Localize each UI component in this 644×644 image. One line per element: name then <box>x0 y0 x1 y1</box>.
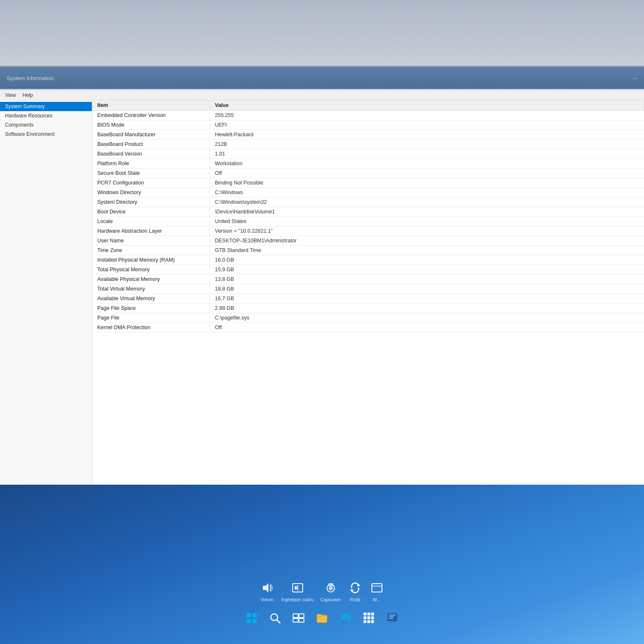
table-cell-item: Installed Physical Memory (RAM) <box>92 255 210 265</box>
svg-rect-34 <box>389 616 394 617</box>
edge-button[interactable] <box>336 609 355 627</box>
table-row[interactable]: Total Virtual Memory 18,8 GB <box>92 284 644 294</box>
search-button[interactable] <box>266 609 284 627</box>
app-title: System Information <box>7 75 54 81</box>
table-row[interactable]: Windows Directory C:\Windows <box>92 188 644 197</box>
svg-rect-29 <box>364 620 366 623</box>
svg-rect-30 <box>367 620 370 623</box>
table-row[interactable]: Platform Role Workstation <box>92 159 644 169</box>
table-row[interactable]: Hardware Abstraction Layer Version = "10… <box>92 226 644 236</box>
tray-rotate[interactable]: Rotiţi <box>348 580 363 602</box>
table-header-row: Item Value <box>92 100 644 111</box>
table-cell-value: C:\Windows\system32 <box>210 197 644 207</box>
table-row[interactable]: Time Zone GTB Standard Time <box>92 246 644 255</box>
table-row[interactable]: BIOS Mode UEFI <box>92 120 644 130</box>
table-row[interactable]: Embedded Controller Version 255.255 <box>92 111 644 120</box>
table-row[interactable]: Available Virtual Memory 16,7 GB <box>92 294 644 304</box>
sidebar-item-summary[interactable]: System Summary <box>0 102 92 111</box>
table-row[interactable]: BaseBoard Version 1.01 <box>92 149 644 159</box>
table-cell-item: Kernel DMA Protection <box>92 323 210 332</box>
table-row[interactable]: Secure Boot State Off <box>92 169 644 178</box>
volume-label: Volum <box>261 597 274 602</box>
table-cell-item: BaseBoard Manufacturer <box>92 130 210 140</box>
table-cell-value: 212B <box>210 140 644 149</box>
sidebar-item-software[interactable]: Software Environment <box>0 130 92 139</box>
table-row[interactable]: PCR7 Configuration Binding Not Possible <box>92 178 644 188</box>
table-cell-value: 18,8 GB <box>210 284 644 294</box>
table-cell-value: 255.255 <box>210 111 644 120</box>
svg-rect-27 <box>367 616 370 619</box>
tray-freeze[interactable]: Îngheţare cadru <box>281 580 314 602</box>
table-cell-value: \Device\HarddiskVolume1 <box>210 207 644 217</box>
svg-rect-33 <box>389 615 396 615</box>
table-cell-value: Hewlett-Packard <box>210 130 644 140</box>
table-row[interactable]: Locale United States <box>92 217 644 226</box>
table-cell-item: Page File <box>92 313 210 323</box>
svg-rect-36 <box>388 621 397 623</box>
table-cell-value: Off <box>210 323 644 332</box>
svg-rect-28 <box>371 616 374 619</box>
table-row[interactable]: Total Physical Memory 15,9 GB <box>92 265 644 275</box>
column-header-value: Value <box>210 100 644 111</box>
svg-line-16 <box>277 620 280 623</box>
tray-volume[interactable]: Volum <box>260 580 275 602</box>
system-tray: Volum Îngheţare cadru Capturare <box>260 580 384 602</box>
table-cell-item: Locale <box>92 217 210 226</box>
svg-rect-2 <box>295 586 297 589</box>
tray-window[interactable]: M... <box>369 580 384 602</box>
table-cell-item: Secure Boot State <box>92 169 210 178</box>
table-row[interactable]: Installed Physical Memory (RAM) 16,0 GB <box>92 255 644 265</box>
table-cell-value: C:\pagefile.sys <box>210 313 644 323</box>
taskview-button[interactable] <box>289 609 308 627</box>
svg-rect-20 <box>299 618 304 622</box>
svg-rect-9 <box>372 584 382 592</box>
explorer-button[interactable] <box>313 609 331 627</box>
table-cell-item: Available Physical Memory <box>92 275 210 284</box>
table-cell-item: Boot Device <box>92 207 210 217</box>
table-cell-value: 13,8 GB <box>210 275 644 284</box>
table-cell-value: Workstation <box>210 159 644 169</box>
table-row[interactable]: Page File C:\pagefile.sys <box>92 313 644 323</box>
table-row[interactable]: User Name DESKTOP-JE10BM1\Administrator <box>92 236 644 246</box>
table-row[interactable]: Available Physical Memory 13,8 GB <box>92 275 644 284</box>
apps-button[interactable] <box>360 609 378 627</box>
sysinfo-button[interactable] <box>383 609 402 627</box>
svg-rect-17 <box>293 614 298 618</box>
table-row[interactable]: Page File Space 2,88 GB <box>92 304 644 313</box>
taskbar: Volum Îngheţare cadru Capturare <box>0 485 644 644</box>
top-decorative-area <box>0 0 644 67</box>
table-row[interactable]: Kernel DMA Protection Off <box>92 323 644 332</box>
svg-marker-0 <box>263 583 268 592</box>
menu-view[interactable]: View <box>2 91 19 99</box>
svg-rect-11 <box>247 613 251 617</box>
minimize-button[interactable]: — <box>633 75 637 80</box>
table-cell-value: C:\Windows <box>210 188 644 197</box>
tray-capture[interactable]: Capturare <box>320 580 341 602</box>
table-cell-value: 2,88 GB <box>210 304 644 313</box>
table-row[interactable]: System Directory C:\Windows\system32 <box>92 197 644 207</box>
window-label: M... <box>373 597 381 602</box>
table-cell-item: Total Physical Memory <box>92 265 210 275</box>
menu-help[interactable]: Help <box>19 91 36 99</box>
table-cell-item: PCR7 Configuration <box>92 178 210 188</box>
table-cell-value: 15,9 GB <box>210 265 644 275</box>
table-cell-item: User Name <box>92 236 210 246</box>
column-header-item: Item <box>92 100 210 111</box>
table-cell-item: Platform Role <box>92 159 210 169</box>
table-row[interactable]: BaseBoard Product 212B <box>92 140 644 149</box>
sidebar-item-components[interactable]: Components <box>0 120 92 130</box>
table-cell-value: 1.01 <box>210 149 644 159</box>
title-bar-area: System Information — <box>0 67 644 89</box>
table-cell-value: Binding Not Possible <box>210 178 644 188</box>
table-cell-item: Hardware Abstraction Layer <box>92 226 210 236</box>
table-cell-item: Embedded Controller Version <box>92 111 210 120</box>
svg-rect-25 <box>371 613 374 615</box>
table-cell-value: Off <box>210 169 644 178</box>
table-row[interactable]: BaseBoard Manufacturer Hewlett-Packard <box>92 130 644 140</box>
svg-rect-13 <box>247 619 251 623</box>
start-button[interactable] <box>242 609 261 627</box>
table-row[interactable]: Boot Device \Device\HarddiskVolume1 <box>92 207 644 217</box>
sidebar-item-hardware[interactable]: Hardware Resources <box>0 111 92 120</box>
svg-rect-18 <box>299 614 304 618</box>
table-cell-value: Version = "10.0.22621.1" <box>210 226 644 236</box>
